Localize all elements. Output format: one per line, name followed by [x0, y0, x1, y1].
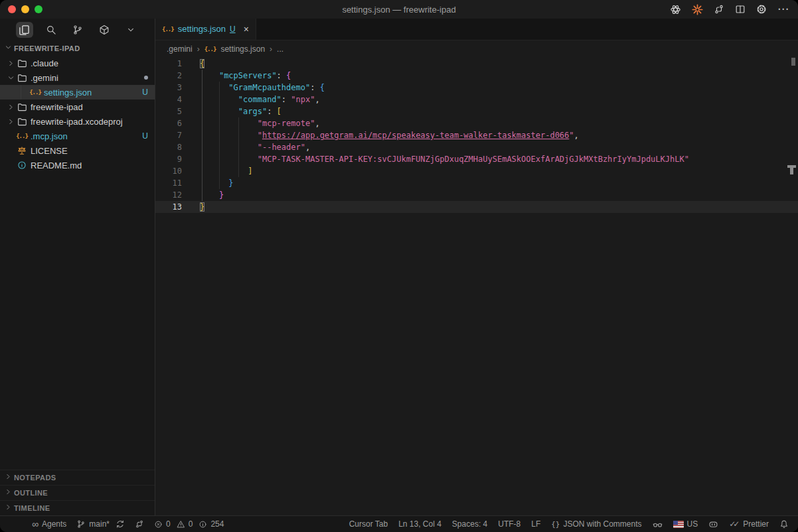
- status-encoding[interactable]: UTF-8: [498, 519, 520, 529]
- compare-icon: [135, 519, 144, 529]
- code-line-2[interactable]: 2 "mcpServers": {: [155, 70, 798, 82]
- split-editor-icon[interactable]: [735, 4, 746, 15]
- code-line-4[interactable]: 4 "command": "npx",: [155, 94, 798, 105]
- folder-icon: [16, 58, 28, 68]
- overview-ruler-cursor-marker: [787, 165, 796, 174]
- status-git-graph[interactable]: [135, 519, 144, 529]
- section-outline[interactable]: OUTLINE: [0, 485, 155, 500]
- code-line-12[interactable]: 12 }: [155, 189, 798, 201]
- code-line-13[interactable]: 13}: [155, 201, 798, 213]
- chevron-right-icon: [5, 117, 16, 126]
- status-notifications[interactable]: [779, 519, 789, 529]
- status-indentation[interactable]: Spaces: 4: [452, 519, 487, 529]
- line-content: }: [200, 201, 204, 213]
- section-timeline[interactable]: TIMELINE: [0, 500, 155, 515]
- activity-explorer-copy-icon[interactable]: [16, 22, 33, 38]
- chevron-right-icon: [5, 103, 16, 111]
- status-info-count[interactable]: 254: [199, 519, 224, 529]
- traffic-lights: [0, 5, 42, 13]
- status-agents[interactable]: ∞Agents: [32, 519, 66, 529]
- breadcrumb-file[interactable]: settings.json: [220, 44, 265, 54]
- line-content: {: [200, 58, 204, 70]
- git-compare-icon[interactable]: [714, 4, 724, 15]
- status-formatter[interactable]: ✓✓Prettier: [729, 519, 769, 529]
- tree-item-freewrite-ipad[interactable]: freewrite-ipad: [0, 100, 155, 114]
- chevron-down-icon: [126, 25, 135, 34]
- tab-strip: {..} settings.json U ×: [155, 19, 798, 40]
- copilot-icon: [708, 519, 718, 529]
- status-keyboard-layout-label: US: [687, 519, 698, 529]
- activity-extensions-icon[interactable]: [96, 22, 113, 38]
- code-line-11[interactable]: 11 }: [155, 177, 798, 189]
- settings-gear-icon[interactable]: [756, 4, 767, 15]
- zoom-window-button[interactable]: [35, 5, 42, 13]
- status-eol[interactable]: LF: [531, 519, 540, 529]
- status-errors[interactable]: 0: [154, 519, 171, 529]
- us-flag-icon: [673, 521, 684, 528]
- json-file-icon: {..}: [204, 46, 216, 52]
- line-number: 10: [155, 165, 182, 177]
- main-area: FREEWRITE-IPAD .claude.gemini{..}setting…: [0, 19, 798, 515]
- status-agents-label: Agents: [42, 519, 66, 529]
- folder-icon: [16, 73, 28, 83]
- code-line-1[interactable]: 1{: [155, 58, 798, 70]
- sidebar-spacer: [0, 172, 155, 470]
- line-number: 12: [155, 189, 182, 201]
- titlebar-actions: ⋯: [670, 0, 789, 19]
- explorer-section-header[interactable]: FREEWRITE-IPAD: [0, 41, 155, 56]
- code-line-8[interactable]: 8 "--header",: [155, 141, 798, 153]
- extensions-icon: [99, 25, 110, 35]
- code-line-3[interactable]: 3 "GramMcpauthdemo": {: [155, 82, 798, 94]
- code-line-7[interactable]: 7 "https://app.getgram.ai/mcp/speakeasy-…: [155, 129, 798, 141]
- status-warnings[interactable]: 0: [177, 519, 193, 529]
- status-left: ∞Agentsmain*00254: [32, 519, 234, 529]
- tree-item-readme-md[interactable]: README.md: [0, 158, 155, 172]
- tree-indent-guide: [21, 85, 21, 100]
- breadcrumb-folder[interactable]: .gemini: [167, 44, 193, 54]
- status-copilot[interactable]: [708, 519, 718, 529]
- tree-item--mcp-json[interactable]: {..}.mcp.jsonU: [0, 129, 155, 143]
- breadcrumb-symbol[interactable]: ...: [277, 44, 283, 54]
- openai-icon[interactable]: [670, 4, 681, 15]
- code-lines: 1{2 "mcpServers": {3 "GramMcpauthdemo": …: [155, 58, 798, 213]
- close-tab-icon[interactable]: ×: [244, 24, 249, 34]
- minimize-window-button[interactable]: [21, 5, 29, 13]
- notepads-label: NOTEPADS: [14, 474, 56, 482]
- status-cursor-position[interactable]: Ln 13, Col 4: [398, 519, 441, 529]
- status-review[interactable]: [653, 519, 663, 529]
- tab-settings-json[interactable]: {..} settings.json U ×: [155, 19, 256, 40]
- more-ellipsis-icon[interactable]: ⋯: [777, 6, 789, 13]
- chevron-right-icon: [4, 472, 13, 484]
- tree-item--claude[interactable]: .claude: [0, 56, 155, 70]
- section-notepads[interactable]: NOTEPADS: [0, 470, 155, 485]
- code-editor[interactable]: 1{2 "mcpServers": {3 "GramMcpauthdemo": …: [155, 58, 798, 515]
- branch-icon: [76, 519, 86, 529]
- code-line-9[interactable]: 9 "MCP-TASK-MASTER-API-KEY:svCJUkmFUNZjG…: [155, 153, 798, 165]
- source-control-icon: [72, 25, 83, 35]
- status-sync[interactable]: [116, 519, 125, 529]
- line-content: ]: [200, 165, 252, 177]
- tree-item-license[interactable]: LICENSE: [0, 143, 155, 158]
- status-cursor-tab[interactable]: Cursor Tab: [349, 519, 388, 529]
- status-keyboard-layout[interactable]: US: [673, 519, 698, 529]
- code-line-10[interactable]: 10 ]: [155, 165, 798, 177]
- sidebar: FREEWRITE-IPAD .claude.gemini{..}setting…: [0, 19, 155, 515]
- search-icon: [46, 25, 56, 35]
- activity-chevron-down-icon[interactable]: [122, 22, 139, 38]
- claude-spark-icon[interactable]: [692, 4, 703, 15]
- double-check-icon: ✓✓: [729, 519, 740, 529]
- activity-source-control-icon[interactable]: [69, 22, 86, 38]
- close-window-button[interactable]: [8, 5, 16, 13]
- tree-item-settings-json[interactable]: {..}settings.jsonU: [0, 85, 155, 100]
- code-line-6[interactable]: 6 "mcp-remote",: [155, 117, 798, 129]
- tree-item--gemini[interactable]: .gemini: [0, 70, 155, 85]
- status-language-mode[interactable]: {}JSON with Comments: [551, 519, 641, 529]
- tree-item-freewrite-ipad-xcodeproj[interactable]: freewrite-ipad.xcodeproj: [0, 114, 155, 129]
- code-line-5[interactable]: 5 "args": [: [155, 105, 798, 117]
- bell-icon: [779, 519, 789, 529]
- status-cursor-tab-label: Cursor Tab: [349, 519, 388, 529]
- activity-search-icon[interactable]: [42, 22, 60, 38]
- status-git-branch[interactable]: main*: [76, 519, 110, 529]
- line-content: "MCP-TASK-MASTER-API-KEY:svCJUkmFUNZjGpD…: [200, 153, 689, 165]
- line-content: "mcp-remote",: [200, 117, 320, 129]
